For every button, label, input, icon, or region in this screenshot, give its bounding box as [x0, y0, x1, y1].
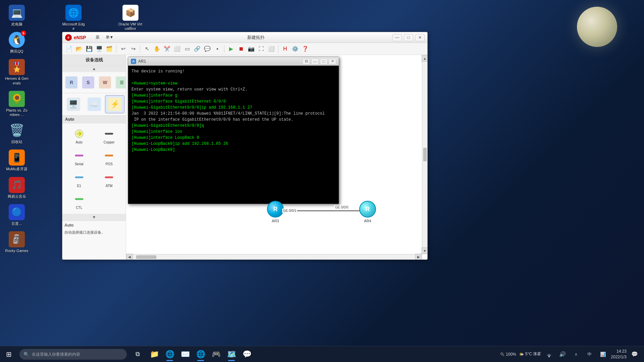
- ensp-main-area: 设备连线 ▲ R S W ☰: [62, 55, 427, 259]
- toolbar-device[interactable]: 🖥️: [95, 44, 104, 54]
- scroll-thumb-h[interactable]: [136, 255, 156, 259]
- terminal-maximize[interactable]: □: [320, 58, 327, 64]
- toolbar-huawei[interactable]: H: [280, 44, 290, 54]
- toolbar-help[interactable]: ❓: [301, 44, 310, 54]
- toolbar-settings[interactable]: ⚙️: [290, 44, 300, 54]
- desktop-icon-qq[interactable]: 🐧 6 腾讯QQ: [3, 31, 30, 55]
- topology-ar4[interactable]: R AR4: [359, 201, 376, 223]
- wire-serial[interactable]: Serial: [65, 148, 93, 168]
- input-method-icon[interactable]: 中: [584, 349, 595, 360]
- terminal-close[interactable]: ✕: [329, 58, 336, 64]
- taskbar-edge-app[interactable]: 🌐: [162, 347, 177, 362]
- desktop-icon-netease-music[interactable]: 🎵 网易云音乐: [3, 176, 30, 200]
- sidebar-pc-device[interactable]: 🖥️: [64, 95, 83, 113]
- toolbar-view[interactable]: ⬜: [267, 44, 276, 54]
- toolbar-box[interactable]: ▪: [213, 44, 222, 54]
- sidebar-other-category[interactable]: ☰: [114, 74, 126, 91]
- scroll-up-arrow[interactable]: ▲: [422, 55, 428, 62]
- toolbar-redo[interactable]: ↪: [128, 44, 138, 54]
- taskbar-mail-app[interactable]: ✉️: [178, 347, 193, 362]
- taskbar-search-input[interactable]: [32, 352, 123, 357]
- start-button[interactable]: ⊞: [0, 346, 17, 362]
- taskbar-time-display[interactable]: 14:23 2022/1/3: [611, 349, 627, 360]
- sidebar-switch-category[interactable]: S: [80, 74, 96, 91]
- sidebar-cloud-device[interactable]: ☁️: [85, 95, 104, 113]
- canvas-scrollbar-horizontal[interactable]: ◀ ▶: [126, 254, 422, 259]
- toolbar-link[interactable]: 🔗: [193, 44, 202, 54]
- desktop-icon-edge[interactable]: 🌐 Microsoft Edge: [60, 3, 87, 32]
- file-explorer-icon: 📁: [150, 350, 159, 359]
- minimize-button[interactable]: —: [392, 34, 402, 41]
- canvas-scrollbar-vertical[interactable]: ▲ ▼: [422, 55, 427, 254]
- svg-point-8: [549, 356, 549, 357]
- wire-e1-label: E1: [77, 184, 81, 188]
- wire-ctl[interactable]: CTL: [65, 191, 93, 211]
- taskbar-steam-app[interactable]: 🎮: [209, 347, 223, 362]
- scroll-down-arrow[interactable]: ▼: [422, 247, 428, 254]
- terminal-minimize[interactable]: —: [311, 58, 319, 64]
- extra-tray-1[interactable]: 📊: [597, 349, 608, 360]
- toolbar-select[interactable]: ↖: [142, 44, 152, 54]
- volume-icon[interactable]: 🔊: [557, 349, 568, 360]
- desktop-icon-oracle[interactable]: 📦 Oracle VM VirtualBox: [117, 3, 144, 32]
- toolbar-save[interactable]: 💾: [85, 44, 94, 54]
- close-button[interactable]: ✕: [415, 34, 425, 41]
- desktop-icon-my-computer[interactable]: 💻 此电脑: [3, 3, 30, 28]
- sidebar-scroll-up[interactable]: ▲: [62, 65, 126, 72]
- toolbar-delete[interactable]: ✂️: [162, 44, 172, 54]
- toolbar-undo[interactable]: ↩: [118, 44, 128, 54]
- scroll-left-arrow[interactable]: ◀: [126, 254, 133, 260]
- toolbar-fullscreen[interactable]: ⛶: [257, 44, 266, 54]
- sidebar-router-category[interactable]: R: [64, 74, 79, 91]
- toolbar-capture[interactable]: 📷: [247, 44, 256, 54]
- taskbar-task-view[interactable]: ⧉: [130, 347, 145, 362]
- wire-pos[interactable]: POS: [95, 148, 123, 168]
- desktop-icon-recycle[interactable]: 🗑️ 回收站: [3, 121, 30, 145]
- toolbar-speaker[interactable]: 💬: [203, 44, 212, 54]
- sidebar-wireless-category[interactable]: W: [97, 74, 113, 91]
- wire-info-section: Auto 自动选择接口连接设备。: [62, 221, 126, 238]
- wire-auto[interactable]: Auto: [65, 126, 93, 146]
- menu-item-1[interactable]: 菜: [93, 34, 102, 41]
- toolbar-play[interactable]: ▶: [226, 44, 236, 54]
- toolbar-open[interactable]: 📂: [74, 44, 84, 54]
- notification-center[interactable]: 💬: [629, 349, 640, 360]
- scroll-right-arrow[interactable]: ▶: [415, 254, 422, 260]
- toolbar-new[interactable]: 📄: [64, 44, 74, 54]
- desktop-icon-rocky[interactable]: 🗿 Rocky Games: [3, 230, 30, 254]
- taskbar-wechat-app[interactable]: 💬: [239, 347, 254, 362]
- weather-temp: 5°C 薄雾: [525, 351, 541, 357]
- scroll-thumb-v[interactable]: [423, 148, 427, 161]
- terminal-btn-1[interactable]: ⊟: [303, 58, 310, 64]
- tray-expand-icon[interactable]: ∧: [571, 349, 581, 360]
- toolbar-shape[interactable]: ▭: [182, 44, 192, 54]
- taskbar-edge2-app[interactable]: 🌐: [193, 347, 208, 362]
- ensp-canvas[interactable]: A AR1 ⊟ — □ ✕ The device is running! <Hu…: [126, 55, 427, 259]
- taskbar-system-tray: 🔌 100% 🌤️ 5°C 薄雾 🔊: [500, 349, 644, 360]
- wire-copper[interactable]: Copper: [95, 126, 123, 146]
- desktop-icon-heroes[interactable]: 🎖️ Heroes & Generals: [3, 58, 30, 86]
- taskbar-search-bar[interactable]: 🔍: [19, 349, 127, 360]
- toolbar-stop[interactable]: ⏹: [236, 44, 246, 54]
- qq-badge: 6: [21, 31, 26, 36]
- desktop-icon-baidu[interactable]: 🔵 百度...: [3, 203, 30, 227]
- wire-atm[interactable]: ATM: [95, 170, 123, 189]
- moon-decoration: [577, 7, 617, 47]
- taskbar-xmind-app[interactable]: 🗺️: [224, 347, 239, 362]
- topology-ar3[interactable]: R AR3: [267, 201, 284, 223]
- battery-indicator[interactable]: 🔌 100%: [500, 352, 516, 357]
- toolbar-file[interactable]: 🗂️: [105, 44, 114, 54]
- ensp-window: e eNSP 菜 单▼ 新建拓扑 — □ ✕ 📄 📂 💾 🖥️ 🗂️ ↩ ↪: [62, 32, 428, 260]
- sidebar-scroll-down[interactable]: ▼: [62, 214, 126, 221]
- network-icon[interactable]: [544, 349, 554, 360]
- desktop-icon-plants[interactable]: 🌻 Plants vs. Zombies ...: [3, 89, 30, 118]
- taskbar-file-explorer[interactable]: 📁: [147, 347, 162, 362]
- weather-widget[interactable]: 🌤️ 5°C 薄雾: [519, 351, 541, 357]
- toolbar-hand[interactable]: ✋: [152, 44, 162, 54]
- maximize-button[interactable]: □: [404, 34, 413, 41]
- sidebar-auto-selected[interactable]: ⚡: [105, 95, 124, 113]
- toolbar-rect[interactable]: ⬜: [172, 44, 182, 54]
- wire-e1[interactable]: E1: [65, 170, 93, 189]
- menu-item-2[interactable]: 单▼: [103, 34, 116, 41]
- desktop-icon-mumu[interactable]: 📱 MuMu多开器: [3, 148, 30, 173]
